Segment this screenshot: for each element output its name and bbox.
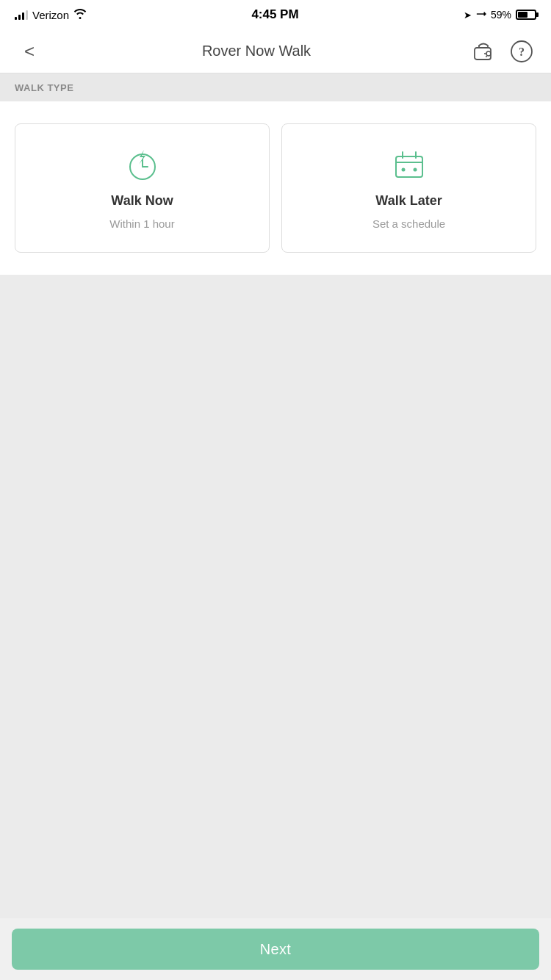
location-icon: ➤	[464, 10, 472, 21]
status-left: Verizon	[15, 9, 87, 21]
walk-later-subtitle: Set a schedule	[372, 217, 445, 230]
help-circle-icon: ?	[510, 40, 533, 63]
svg-text:?: ?	[519, 46, 525, 58]
walk-later-card[interactable]: Walk Later Set a schedule	[281, 123, 536, 253]
bag-icon	[471, 40, 496, 62]
nav-actions: ?	[469, 37, 536, 66]
bottom-btn-container: Next	[0, 918, 551, 980]
main-content	[0, 275, 551, 918]
page-title: Rover Now Walk	[202, 43, 311, 60]
walk-later-title: Walk Later	[375, 193, 442, 209]
back-button[interactable]: <	[15, 37, 44, 66]
walk-now-card[interactable]: Walk Now Within 1 hour	[15, 123, 270, 253]
walk-now-title: Walk Now	[111, 193, 173, 209]
svg-rect-0	[475, 48, 491, 60]
status-bar: Verizon 4:45 PM ➤ ⭢ 59%	[0, 0, 551, 29]
signal-icon	[15, 10, 28, 20]
battery-percent: 59%	[491, 9, 511, 21]
svg-point-12	[413, 168, 417, 172]
bluetooth-icon: ⭢	[476, 9, 486, 21]
walk-now-subtitle: Within 1 hour	[109, 217, 174, 230]
status-right: ➤ ⭢ 59%	[464, 9, 536, 21]
wifi-icon	[73, 9, 87, 21]
section-header: WALK TYPE	[0, 73, 551, 101]
lightning-clock-icon	[123, 146, 162, 184]
help-button[interactable]: ?	[507, 37, 536, 66]
nav-bar: < Rover Now Walk ?	[0, 29, 551, 73]
cards-container: Walk Now Within 1 hour Walk Later Set a …	[0, 101, 551, 275]
back-chevron-icon: <	[24, 41, 35, 62]
svg-point-11	[401, 168, 405, 172]
battery-icon	[516, 10, 536, 20]
carrier-label: Verizon	[32, 9, 69, 21]
status-time: 4:45 PM	[251, 7, 298, 22]
svg-rect-9	[396, 156, 422, 177]
bag-button[interactable]	[469, 37, 498, 66]
svg-point-1	[486, 51, 491, 56]
section-label: WALK TYPE	[15, 82, 73, 93]
calendar-icon	[390, 146, 428, 184]
next-button[interactable]: Next	[12, 929, 539, 970]
